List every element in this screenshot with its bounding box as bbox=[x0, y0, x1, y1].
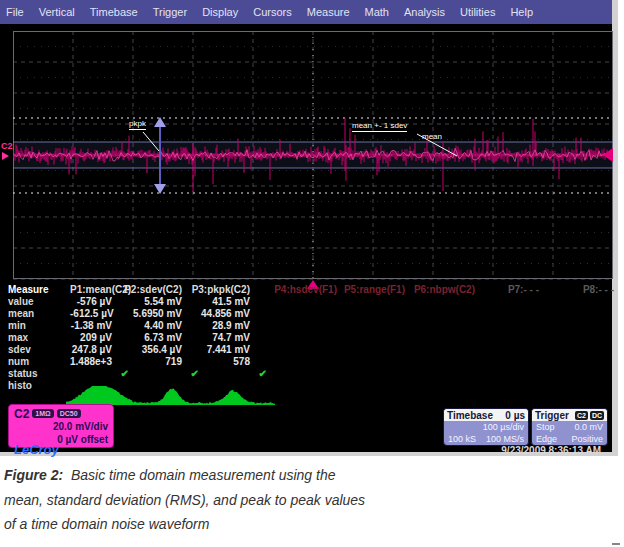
param-header-p2[interactable]: P2:sdev(C2) bbox=[115, 284, 185, 296]
measure-row-label: histo bbox=[8, 380, 70, 392]
measure-table: MeasureP1:mean(C2)P2:sdev(C2)P3:pkpk(C2)… bbox=[8, 284, 617, 392]
measure-header-label: Measure bbox=[8, 284, 70, 296]
pkpk-arrowhead-up-icon bbox=[154, 117, 166, 127]
trigger-type: Edge bbox=[536, 433, 557, 445]
measure-value: 247.8 µV bbox=[70, 344, 115, 356]
measure-value: 578 bbox=[185, 356, 253, 368]
menu-item-timebase[interactable]: Timebase bbox=[90, 6, 138, 18]
measure-value: 5.6950 mV bbox=[115, 308, 185, 320]
menu-item-measure[interactable]: Measure bbox=[307, 6, 350, 18]
measure-value: 5.54 mV bbox=[115, 296, 185, 308]
datetime-display: 9/23/2009 8:36:13 AM bbox=[501, 445, 601, 456]
timebase-descriptor[interactable]: Timebase 0 µs 100 µs/div 100 kS 100 MS/s bbox=[443, 408, 529, 446]
trigger-level: 0.0 mV bbox=[574, 421, 603, 433]
measure-value: -1.38 mV bbox=[70, 320, 115, 332]
measure-row-label: sdev bbox=[8, 344, 70, 356]
measure-value: 719 bbox=[115, 356, 185, 368]
measure-value: 4.40 mV bbox=[115, 320, 185, 332]
menu-item-utilities[interactable]: Utilities bbox=[460, 6, 495, 18]
status-check-icon: ✔ bbox=[202, 368, 270, 380]
measure-row-label: status bbox=[8, 368, 70, 380]
menu-bar: FileVerticalTimebaseTriggerDisplayCursor… bbox=[0, 0, 612, 24]
measure-value: 44.856 mV bbox=[185, 308, 253, 320]
mean-annotation: mean bbox=[422, 132, 442, 141]
oscilloscope-screen: FileVerticalTimebaseTriggerDisplayCursor… bbox=[0, 0, 618, 456]
param-header-p5[interactable]: P5:range(F1) bbox=[340, 284, 408, 296]
trigger-level-icon bbox=[603, 148, 613, 162]
histogram-trace bbox=[66, 386, 275, 405]
lecroy-logo: LeCroy bbox=[14, 442, 59, 457]
table-row: max209 µV6.73 mV74.7 mV bbox=[8, 332, 617, 344]
measure-value: 356.4 µV bbox=[115, 344, 185, 356]
caption-line-3: of a time domain noise waveform bbox=[4, 512, 365, 537]
menu-item-cursors[interactable]: Cursors bbox=[253, 6, 292, 18]
histogram-icon bbox=[66, 384, 276, 406]
pkpk-annotation: pkpk bbox=[129, 119, 146, 130]
table-row: MeasureP1:mean(C2)P2:sdev(C2)P3:pkpk(C2)… bbox=[8, 284, 617, 296]
menu-item-math[interactable]: Math bbox=[365, 6, 389, 18]
measure-value: 7.441 mV bbox=[185, 344, 253, 356]
param-header-p7[interactable]: P7:- - - bbox=[478, 284, 542, 296]
mean-sdev-annotation: mean +- 1 sdev bbox=[352, 121, 407, 132]
trigger-coupling-pill: DC bbox=[590, 411, 604, 420]
timebase-position: 0 µs bbox=[505, 410, 525, 421]
caption-line-2: mean, standard deviation (RMS), and peak… bbox=[4, 488, 365, 513]
coupling-pill-1: 1MΩ bbox=[32, 409, 53, 418]
status-check-icon: ✔ bbox=[132, 368, 202, 380]
table-row: sdev247.8 µV356.4 µV7.441 mV bbox=[8, 344, 617, 356]
menu-item-vertical[interactable]: Vertical bbox=[39, 6, 75, 18]
measure-value: -576 µV bbox=[70, 296, 115, 308]
trigger-slope: Positive bbox=[571, 433, 603, 445]
timebase-rate: 100 MS/s bbox=[486, 433, 524, 445]
coupling-pill-2: DC50 bbox=[57, 409, 81, 418]
noise-waveform-bright bbox=[13, 148, 613, 161]
pkpk-arrowhead-down-icon bbox=[154, 184, 166, 194]
measure-value: 74.7 mV bbox=[185, 332, 253, 344]
table-row: value-576 µV5.54 mV41.5 mV bbox=[8, 296, 617, 308]
timebase-title: Timebase bbox=[447, 410, 493, 421]
param-header-p4[interactable]: P4:hsdev(F1) bbox=[253, 284, 340, 296]
channel-name: C2 bbox=[14, 407, 29, 421]
menu-item-analysis[interactable]: Analysis bbox=[404, 6, 445, 18]
measure-value: 28.9 mV bbox=[185, 320, 253, 332]
page-artifact bbox=[612, 543, 620, 545]
menu-item-display[interactable]: Display bbox=[202, 6, 238, 18]
param-header-p1[interactable]: P1:mean(C2) bbox=[70, 284, 115, 296]
page: FileVerticalTimebaseTriggerDisplayCursor… bbox=[0, 0, 624, 547]
measure-row-label: min bbox=[8, 320, 70, 332]
measure-row-label: mean bbox=[8, 308, 70, 320]
trigger-mode: Stop bbox=[536, 421, 555, 433]
menu-item-trigger[interactable]: Trigger bbox=[153, 6, 187, 18]
graticule-border bbox=[14, 32, 613, 279]
channel-scale: 20.0 mV/div bbox=[14, 420, 108, 433]
pkpk-leader-line bbox=[143, 132, 159, 151]
table-row: status✔✔✔ bbox=[8, 368, 617, 380]
trigger-descriptor[interactable]: Trigger C2 DC Stop 0.0 mV Edge Positive bbox=[531, 408, 608, 446]
measure-value: 1.488e+3 bbox=[70, 356, 115, 368]
table-row: num1.488e+3719578 bbox=[8, 356, 617, 368]
caption-line-1: Figure 2: Basic time domain measurement … bbox=[4, 463, 365, 488]
channel-c2-marker: C2 bbox=[1, 141, 13, 151]
trigger-title: Trigger bbox=[535, 410, 569, 421]
sdev-band bbox=[13, 142, 613, 168]
measure-value: 209 µV bbox=[70, 332, 115, 344]
figure-caption: Figure 2: Basic time domain measurement … bbox=[4, 463, 365, 537]
table-row: mean-612.5 µV5.6950 mV44.856 mV bbox=[8, 308, 617, 320]
trigger-source-pill: C2 bbox=[575, 411, 588, 420]
param-header-p3[interactable]: P3:pkpk(C2) bbox=[185, 284, 253, 296]
table-row: min-1.38 mV4.40 mV28.9 mV bbox=[8, 320, 617, 332]
timebase-scale: 100 µs/div bbox=[444, 421, 528, 433]
measure-row-label: value bbox=[8, 296, 70, 308]
measure-row-label: num bbox=[8, 356, 70, 368]
measure-value: 41.5 mV bbox=[185, 296, 253, 308]
measure-value: 6.73 mV bbox=[115, 332, 185, 344]
measure-value: -612.5 µV bbox=[70, 308, 115, 320]
caption-prefix: Figure 2: bbox=[4, 467, 63, 483]
param-header-p6[interactable]: P6:nbpw(C2) bbox=[408, 284, 478, 296]
timebase-samples: 100 kS bbox=[448, 433, 476, 445]
menu-item-file[interactable]: File bbox=[6, 6, 24, 18]
menu-item-help[interactable]: Help bbox=[510, 6, 533, 18]
channel-c2-level-icon bbox=[2, 152, 9, 160]
param-header-p8[interactable]: P8:- - - bbox=[542, 284, 617, 296]
status-check-icon: ✔ bbox=[87, 368, 132, 380]
